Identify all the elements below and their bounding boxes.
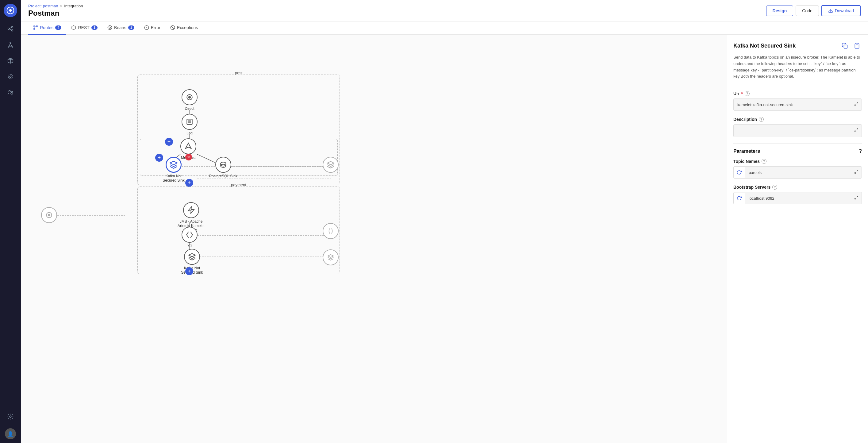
user-avatar[interactable]: 👤	[5, 428, 16, 439]
sidebar-icon-topology[interactable]	[4, 22, 17, 36]
panel-copy-button[interactable]	[840, 41, 849, 51]
sidebar-icon-settings[interactable]	[4, 410, 17, 423]
uri-help-icon[interactable]: ?	[745, 91, 750, 96]
svg-rect-20	[34, 26, 35, 27]
tab-routes-badge: 4	[55, 26, 61, 30]
svg-point-50	[48, 214, 50, 216]
node-xj[interactable]: XJ	[182, 227, 197, 248]
svg-rect-2	[12, 27, 13, 28]
panel-paste-button[interactable]	[852, 41, 862, 51]
tab-beans-label: Beans	[114, 25, 126, 30]
topic-names-expand-button[interactable]	[851, 167, 862, 178]
canvas[interactable]: post Direct Log	[21, 35, 727, 443]
app-logo[interactable]	[4, 4, 17, 17]
svg-rect-22	[34, 29, 35, 29]
description-field-value[interactable]	[734, 124, 851, 137]
direct-node-icon	[186, 93, 193, 101]
bootstrap-servers-label: Bootstrap Servers ?	[733, 185, 862, 189]
panel-title-actions	[840, 41, 862, 51]
bootstrap-servers-field-group: Bootstrap Servers ? localhost:9092	[733, 185, 862, 204]
tab-beans[interactable]: Beans 1	[102, 22, 139, 35]
sidebar-icon-users[interactable]	[4, 86, 17, 99]
node-direct[interactable]: Direct	[182, 89, 197, 111]
bootstrap-servers-help-icon[interactable]: ?	[772, 185, 777, 189]
node-log-circle	[182, 114, 197, 130]
node-kafka-sink-1[interactable]: ✕ + Kafka Not Secured Sink	[158, 157, 189, 182]
error-icon	[144, 25, 149, 30]
multicast-bottom-add[interactable]: +	[185, 179, 193, 187]
svg-line-10	[10, 43, 12, 46]
breadcrumb-current: Integration	[64, 4, 83, 8]
breadcrumb-separator: >	[60, 4, 63, 8]
kafka-sink-1-icon	[169, 160, 178, 169]
code-button[interactable]: Code	[796, 5, 818, 16]
uri-field-group: Uri * ? kamelet:kafka-not-secured-sink	[733, 91, 862, 111]
description-expand-button[interactable]	[851, 125, 862, 137]
svg-point-43	[189, 96, 191, 98]
paste-icon	[854, 42, 860, 49]
rest-icon	[71, 25, 76, 30]
description-help-icon[interactable]: ?	[759, 117, 764, 122]
svg-point-17	[11, 91, 12, 93]
node-jms-source-circle	[183, 202, 199, 218]
sidebar-icon-packages[interactable]	[4, 54, 17, 67]
node-postgresql-sink-circle	[215, 157, 231, 173]
breadcrumb-project[interactable]: Project: postman	[28, 4, 58, 8]
kafka-sink-remove-button[interactable]: ✕	[185, 154, 192, 160]
design-button[interactable]: Design	[766, 5, 794, 16]
multicast-add-button[interactable]: +	[165, 138, 173, 146]
panel-title-row: Kafka Not Secured Sink	[733, 41, 862, 51]
uri-expand-button[interactable]	[851, 99, 862, 111]
svg-line-4	[9, 27, 11, 29]
sidebar: 👤	[0, 0, 21, 443]
topic-names-label: Topic Names ?	[733, 159, 862, 164]
node-postgresql-sink-label: PostgreSQL Sink	[209, 174, 238, 178]
node-external-payment-circle	[41, 207, 57, 223]
node-log[interactable]: Log	[182, 114, 197, 135]
node-multicast-circle	[180, 138, 196, 154]
sidebar-icon-nodes[interactable]	[4, 38, 17, 52]
uri-field-row: kamelet:kafka-not-secured-sink	[733, 98, 862, 111]
topic-names-help-icon[interactable]: ?	[762, 159, 767, 164]
beans-icon	[107, 25, 112, 30]
download-icon	[828, 8, 833, 13]
uri-field-value[interactable]: kamelet:kafka-not-secured-sink	[734, 99, 851, 110]
svg-rect-52	[844, 45, 847, 49]
bootstrap-servers-value[interactable]: localhost:9092	[745, 193, 851, 204]
node-xj-label: XJ	[187, 244, 192, 248]
node-kafka-sink-2-circle	[184, 249, 200, 265]
node-kafka-preview-post-circle	[323, 157, 339, 173]
bootstrap-servers-expand-button[interactable]	[851, 193, 862, 204]
copy-icon	[842, 42, 848, 49]
tab-routes[interactable]: Routes 4	[28, 22, 66, 35]
tab-rest[interactable]: REST 1	[66, 22, 102, 35]
node-postgresql-sink[interactable]: PostgreSQL Sink	[209, 157, 238, 178]
expand-icon-topic	[854, 170, 859, 174]
sidebar-icon-services[interactable]	[4, 70, 17, 84]
multicast-node-icon	[184, 142, 193, 151]
kafka-sink-add-button[interactable]: +	[155, 154, 163, 162]
payment-bottom-add[interactable]: +	[185, 267, 193, 275]
tab-error[interactable]: Error	[139, 22, 165, 35]
bootstrap-servers-field-row: localhost:9092	[733, 192, 862, 204]
expand-icon-desc	[854, 128, 859, 132]
log-node-icon	[186, 118, 193, 126]
svg-rect-21	[36, 26, 37, 27]
header-actions: Design Code Download	[766, 5, 861, 16]
svg-line-5	[9, 29, 11, 31]
header-left: Project: postman > Integration Postman	[28, 4, 83, 18]
svg-point-48	[220, 162, 226, 165]
svg-line-29	[171, 26, 174, 29]
svg-point-8	[12, 46, 13, 48]
svg-point-7	[8, 46, 9, 48]
page-title: Postman	[28, 9, 83, 18]
node-kafka-sink-1-label: Kafka Not Secured Sink	[158, 174, 189, 182]
tab-rest-label: REST	[78, 25, 89, 30]
download-button[interactable]: Download	[822, 5, 861, 16]
svg-marker-51	[188, 207, 194, 213]
main-content: Project: postman > Integration Postman D…	[21, 0, 868, 443]
topic-names-value[interactable]: parcels	[745, 167, 851, 178]
tab-exceptions[interactable]: Exceptions	[165, 22, 203, 35]
parameters-help-icon[interactable]: ?	[859, 148, 862, 154]
tab-beans-badge: 1	[128, 26, 134, 30]
